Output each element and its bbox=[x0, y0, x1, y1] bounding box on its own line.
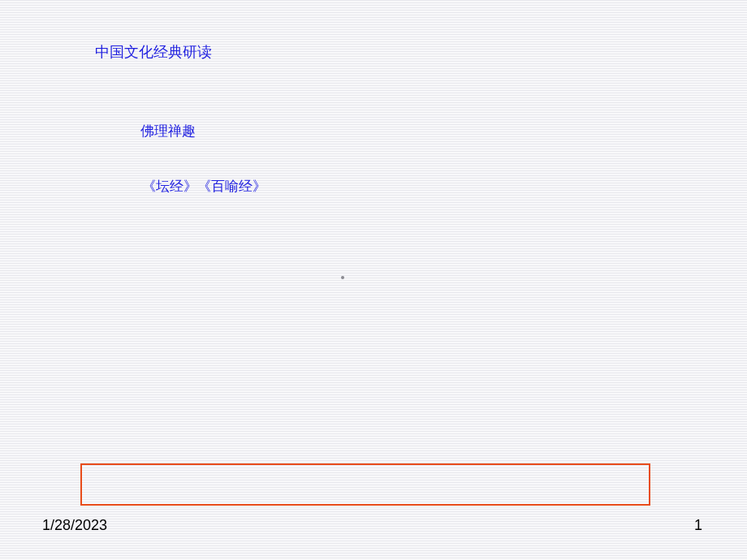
footer-date: 1/28/2023 bbox=[42, 517, 107, 534]
highlight-box bbox=[80, 463, 650, 506]
main-title: 中国文化经典研读 bbox=[95, 42, 212, 62]
subtitle-2: 《坛经》《百喻经》 bbox=[142, 177, 266, 196]
center-marker bbox=[341, 276, 344, 279]
subtitle-1: 佛理禅趣 bbox=[140, 122, 196, 140]
footer-page-number: 1 bbox=[694, 517, 702, 534]
